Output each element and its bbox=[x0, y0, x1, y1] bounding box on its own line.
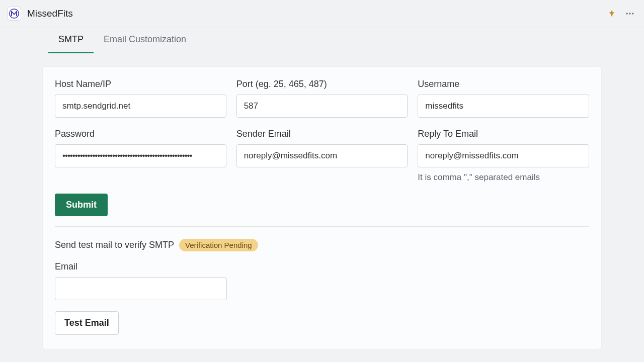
port-input[interactable] bbox=[236, 95, 408, 118]
sender-email-label: Sender Email bbox=[236, 129, 408, 139]
password-label: Password bbox=[55, 129, 226, 139]
svg-point-2 bbox=[629, 13, 630, 14]
verify-text: Send test mail to verify SMTP bbox=[55, 240, 174, 250]
field-test-email: Email bbox=[55, 261, 227, 300]
host-label: Host Name/IP bbox=[55, 79, 226, 89]
tab-email-customization[interactable]: Email Customization bbox=[94, 27, 196, 53]
verify-row: Send test mail to verify SMTP Verificati… bbox=[55, 239, 589, 251]
test-email-label: Email bbox=[55, 261, 227, 272]
tab-smtp[interactable]: SMTP bbox=[48, 27, 94, 53]
form-grid: Host Name/IP Port (eg. 25, 465, 487) Use… bbox=[55, 79, 589, 183]
app-logo bbox=[7, 7, 21, 21]
svg-point-3 bbox=[632, 13, 633, 14]
password-input[interactable] bbox=[55, 144, 226, 167]
app-title: MissedFits bbox=[27, 8, 73, 19]
svg-point-1 bbox=[626, 13, 628, 14]
field-username: Username bbox=[418, 79, 589, 118]
pin-icon[interactable] bbox=[605, 7, 619, 21]
reply-email-input[interactable] bbox=[418, 144, 589, 167]
username-label: Username bbox=[418, 79, 589, 89]
port-label: Port (eg. 25, 465, 487) bbox=[236, 79, 408, 89]
test-email-button[interactable]: Test Email bbox=[55, 311, 119, 335]
svg-point-0 bbox=[10, 9, 19, 18]
field-port: Port (eg. 25, 465, 487) bbox=[236, 79, 408, 118]
test-email-input[interactable] bbox=[55, 277, 227, 300]
submit-button[interactable]: Submit bbox=[55, 194, 108, 216]
reply-email-label: Reply To Email bbox=[418, 129, 589, 139]
tabs: SMTP Email Customization bbox=[48, 27, 602, 53]
reply-email-help: It is comma "," separated emails bbox=[418, 172, 589, 183]
field-reply-email: Reply To Email It is comma "," separated… bbox=[418, 129, 589, 183]
more-icon[interactable] bbox=[623, 7, 637, 21]
settings-card: Host Name/IP Port (eg. 25, 465, 487) Use… bbox=[42, 66, 602, 349]
divider bbox=[55, 226, 589, 227]
field-host: Host Name/IP bbox=[55, 79, 226, 118]
top-bar: MissedFits bbox=[0, 0, 644, 27]
test-email-section: Email Test Email bbox=[55, 261, 589, 335]
username-input[interactable] bbox=[418, 95, 589, 118]
field-sender-email: Sender Email bbox=[236, 129, 408, 183]
app-logo-icon bbox=[9, 9, 19, 19]
host-input[interactable] bbox=[55, 95, 226, 118]
field-password: Password bbox=[55, 129, 226, 183]
sender-email-input[interactable] bbox=[236, 144, 408, 167]
verification-badge: Verification Pending bbox=[179, 239, 258, 251]
